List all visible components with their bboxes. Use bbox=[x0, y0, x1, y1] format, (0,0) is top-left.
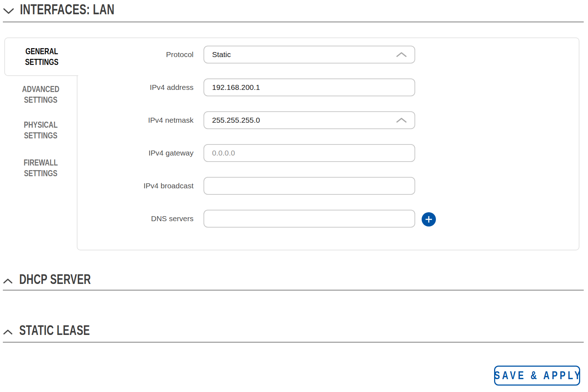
tab-label: PHYSICAL SETTINGS bbox=[20, 119, 61, 141]
tab-general-settings[interactable]: GENERAL SETTINGS bbox=[4, 37, 78, 76]
protocol-select[interactable]: Static bbox=[203, 46, 415, 63]
tab-label: ADVANCED SETTINGS bbox=[20, 84, 61, 105]
divider bbox=[3, 290, 584, 291]
chevron-down-icon bbox=[3, 8, 14, 14]
add-dns-server-button[interactable] bbox=[422, 212, 436, 226]
ipv4-netmask-select[interactable]: 255.255.255.0 bbox=[203, 111, 415, 129]
section-header-dhcp-server[interactable]: DHCP SERVER bbox=[3, 272, 119, 287]
field-label: IPv4 address bbox=[77, 83, 194, 92]
page-title: INTERFACES: LAN bbox=[20, 1, 115, 17]
tab-physical-settings[interactable]: PHYSICAL SETTINGS bbox=[4, 119, 77, 141]
save-apply-label: SAVE & APPLY bbox=[492, 369, 583, 382]
field-label: IPv4 netmask bbox=[77, 116, 194, 124]
field-label: Protocol bbox=[77, 50, 194, 59]
tab-label: FIREWALL SETTINGS bbox=[20, 157, 61, 179]
divider bbox=[3, 342, 584, 343]
chevron-up-icon bbox=[396, 52, 407, 57]
chevron-up-icon bbox=[3, 278, 13, 284]
divider bbox=[3, 21, 584, 22]
field-label: IPv4 broadcast bbox=[77, 182, 194, 190]
form-row-ipv4-gateway: IPv4 gateway bbox=[77, 144, 415, 162]
tab-advanced-settings[interactable]: ADVANCED SETTINGS bbox=[4, 84, 77, 105]
selected-value: 255.255.255.0 bbox=[212, 116, 260, 124]
section-header-static-lease[interactable]: STATIC LEASE bbox=[3, 323, 117, 338]
chevron-up-icon bbox=[3, 329, 13, 335]
ipv4-broadcast-input[interactable] bbox=[203, 177, 415, 195]
save-apply-button[interactable]: SAVE & APPLY bbox=[494, 366, 580, 386]
tab-column: ADVANCED SETTINGS PHYSICAL SETTINGS FIRE… bbox=[4, 76, 77, 250]
form-row-ipv4-netmask: IPv4 netmask 255.255.255.0 bbox=[77, 111, 415, 129]
section-header-interfaces-lan[interactable]: INTERFACES: LAN bbox=[3, 1, 151, 17]
tab-firewall-settings[interactable]: FIREWALL SETTINGS bbox=[4, 157, 77, 179]
form-row-dns-servers: DNS servers bbox=[77, 210, 436, 228]
general-settings-form: Protocol Static IPv4 address IPv4 netmas… bbox=[77, 38, 579, 250]
field-label: DNS servers bbox=[77, 214, 194, 223]
form-row-ipv4-address: IPv4 address bbox=[77, 78, 415, 96]
field-label: IPv4 gateway bbox=[77, 149, 194, 157]
selected-value: Static bbox=[212, 50, 231, 59]
section-title: DHCP SERVER bbox=[19, 272, 91, 287]
ipv4-gateway-input[interactable] bbox=[203, 144, 415, 162]
plus-icon bbox=[424, 215, 433, 224]
interfaces-lan-page: INTERFACES: LAN GENERAL SETTINGS ADVANCE… bbox=[0, 0, 588, 392]
form-row-protocol: Protocol Static bbox=[77, 46, 415, 63]
ipv4-address-input[interactable] bbox=[203, 78, 415, 96]
form-row-ipv4-broadcast: IPv4 broadcast bbox=[77, 177, 415, 195]
tab-label: GENERAL SETTINGS bbox=[21, 46, 62, 67]
chevron-up-icon bbox=[396, 118, 407, 123]
section-title: STATIC LEASE bbox=[19, 323, 90, 338]
dns-servers-input[interactable] bbox=[203, 210, 415, 228]
